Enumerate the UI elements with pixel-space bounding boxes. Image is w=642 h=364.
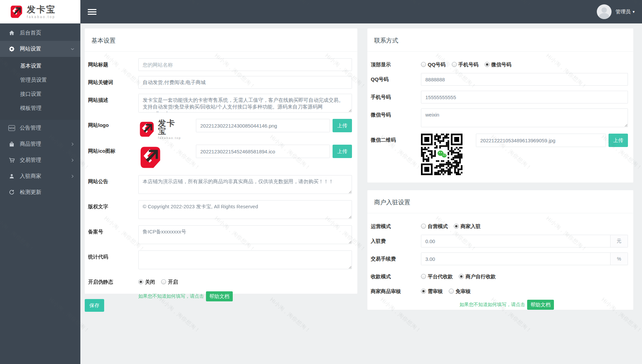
wechat-label: 微信号码 <box>371 108 421 129</box>
rewrite-off-radio[interactable] <box>138 279 143 284</box>
sidebar: 发卡宝 fakabao.top 后台首页 网站设置 <box>0 0 80 364</box>
mode-label: 运营模式 <box>371 220 421 230</box>
sidebar-menu: 后台首页 网站设置 基本设置 管理员设置 接口设置 模板管理 NEW 公告管理 <box>0 23 80 200</box>
sidebar-item-label: 交易管理 <box>20 157 41 164</box>
description-textarea[interactable]: 发卡宝是一套功能强大的卡密寄售系统，无需人工值守，客户在线购买即可自动完成交易。… <box>138 94 352 113</box>
chevron-right-icon <box>71 174 74 178</box>
commission-input[interactable] <box>421 253 610 265</box>
top-display-wechat-radio[interactable] <box>485 62 490 67</box>
copyright-label: 版权文字 <box>88 200 138 220</box>
basic-help-text: 如果您不知道如何填写，请点击 <box>138 293 204 299</box>
sidebar-item-products[interactable]: 商品管理 <box>0 136 80 152</box>
qq-input[interactable] <box>421 73 628 86</box>
site-title-input[interactable] <box>138 58 352 71</box>
notice-textarea[interactable]: 本店铺为演示店铺，所有展示的商品均非真实商品，仅供填充数据用，请勿购买！！！ <box>138 175 352 194</box>
top-display-label: 顶部显示 <box>371 58 421 68</box>
wechat-textarea[interactable]: weixin <box>421 108 628 127</box>
chevron-down-icon <box>71 47 74 51</box>
sidebar-item-label: 商品管理 <box>20 141 41 148</box>
ico-label: 网站ico图标 <box>88 145 138 170</box>
sidebar-item-label: 检测更新 <box>20 189 41 196</box>
gear-icon <box>8 46 15 52</box>
new-badge-icon: NEW <box>8 125 15 131</box>
audit-free-radio[interactable] <box>449 289 454 294</box>
home-icon <box>8 29 15 36</box>
sidebar-subitem-admin-settings[interactable]: 管理员设置 <box>0 73 80 87</box>
qrcode-upload-button[interactable]: 上传 <box>609 134 628 147</box>
sidebar-item-site-settings[interactable]: 网站设置 <box>0 41 80 57</box>
admin-app: 发卡宝 fakabao.top 后台首页 网站设置 <box>0 0 642 364</box>
commission-label: 交易手续费 <box>371 252 421 265</box>
brand-domain: fakabao.top <box>27 15 56 19</box>
entry-fee-input[interactable] <box>421 235 610 247</box>
icp-textarea[interactable]: 鲁ICP备xxxxxxxx号 <box>138 225 352 244</box>
sidebar-item-check-update[interactable]: 检测更新 <box>0 184 80 200</box>
keywords-label: 网站关键词 <box>88 76 138 89</box>
icp-label: 备案号 <box>88 225 138 245</box>
cart-icon <box>8 157 15 163</box>
contact-title: 联系方式 <box>374 37 398 44</box>
sidebar-item-announcements[interactable]: NEW 公告管理 <box>0 120 80 136</box>
person-icon <box>8 173 15 179</box>
ico-filename-input[interactable] <box>196 145 330 158</box>
collection-platform-radio[interactable] <box>421 274 426 279</box>
site-logo-preview: 发卡宝 fakabao.top <box>138 119 183 140</box>
caret-down-icon: ▾ <box>633 9 635 14</box>
sidebar-item-dashboard[interactable]: 后台首页 <box>0 25 80 41</box>
brand-logo-icon <box>9 5 23 19</box>
ico-upload-button[interactable]: 上传 <box>333 145 352 158</box>
qrcode-filename-input[interactable] <box>476 134 606 147</box>
notice-label: 网站公告 <box>88 175 138 195</box>
contact-card: 联系方式 顶部显示 QQ号码 手机号码 微信号码 QQ号码 手机号码 <box>367 28 633 183</box>
keywords-input[interactable] <box>138 76 352 89</box>
entry-fee-unit: 元 <box>610 235 628 247</box>
save-button[interactable]: 保存 <box>85 299 104 312</box>
basic-settings-card: 基本设置 网站标题 网站关键词 网站描述 发卡宝是一套功能强大的卡密寄售系统，无… <box>85 28 357 294</box>
refresh-icon <box>8 189 15 196</box>
logo-label: 网站logo <box>88 119 138 140</box>
sidebar-item-label: 后台首页 <box>20 29 41 37</box>
chevron-right-icon <box>71 158 74 162</box>
top-display-phone-radio[interactable] <box>452 62 457 67</box>
logo-filename-input[interactable] <box>196 119 330 132</box>
sidebar-item-label: 入驻商家 <box>20 173 41 180</box>
audit-label: 商家商品审核 <box>371 285 421 295</box>
brand-logo[interactable]: 发卡宝 fakabao.top <box>0 0 80 23</box>
sidebar-subitem-api-settings[interactable]: 接口设置 <box>0 87 80 101</box>
copyright-textarea[interactable]: © Copyright 2022-2023 发卡宝, All Rights Re… <box>138 200 352 219</box>
sidebar-item-label: 网站设置 <box>20 46 41 53</box>
stats-code-textarea[interactable] <box>138 250 352 269</box>
description-label: 网站描述 <box>88 94 138 114</box>
brand-name: 发卡宝 <box>27 5 56 14</box>
qq-label: QQ号码 <box>371 73 421 86</box>
sidebar-subitem-template-manage[interactable]: 模板管理 <box>0 101 80 115</box>
avatar <box>597 4 612 19</box>
wechat-qrcode-image <box>421 134 462 175</box>
collection-merchant-radio[interactable] <box>459 274 464 279</box>
user-menu[interactable]: 管理员 ▾ <box>597 4 635 19</box>
sidebar-subitem-basic-settings[interactable]: 基本设置 <box>0 59 80 73</box>
sidebar-item-trades[interactable]: 交易管理 <box>0 152 80 168</box>
collection-mode-label: 收款模式 <box>371 270 421 280</box>
hamburger-menu-icon[interactable] <box>88 8 96 16</box>
merchant-settings-title: 商户入驻设置 <box>374 199 410 206</box>
merchant-settings-card: 商户入驻设置 运营模式 自营模式 商家入驻 入驻费 元 <box>367 190 633 310</box>
site-title-label: 网站标题 <box>88 58 138 71</box>
basic-help-doc-button[interactable]: 帮助文档 <box>206 291 233 301</box>
mode-merchant-radio[interactable] <box>454 224 459 229</box>
basic-settings-title: 基本设置 <box>91 37 116 44</box>
merchant-help-doc-button[interactable]: 帮助文档 <box>527 300 554 310</box>
mode-self-radio[interactable] <box>421 224 426 229</box>
logo-upload-button[interactable]: 上传 <box>333 119 352 132</box>
rewrite-label: 开启伪静态 <box>88 276 138 285</box>
sidebar-item-merchants[interactable]: 入驻商家 <box>0 168 80 184</box>
phone-input[interactable] <box>421 91 628 103</box>
chevron-right-icon <box>71 142 74 146</box>
site-ico-preview <box>138 145 183 170</box>
wechat-qrcode-label: 微信二维码 <box>371 134 421 175</box>
audit-required-radio[interactable] <box>421 289 426 294</box>
top-display-qq-radio[interactable] <box>421 62 426 67</box>
commission-unit: % <box>610 253 628 265</box>
rewrite-on-radio[interactable] <box>161 279 166 284</box>
stats-code-label: 统计代码 <box>88 250 138 271</box>
